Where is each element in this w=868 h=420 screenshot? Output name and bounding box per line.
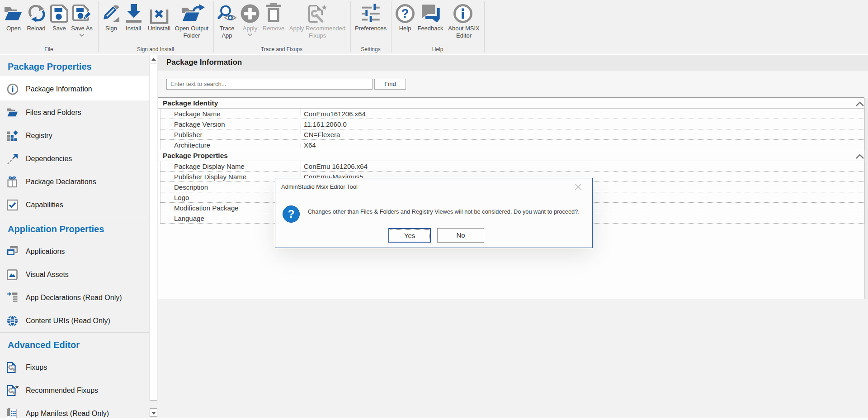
svg-text:?: ? bbox=[401, 7, 409, 20]
